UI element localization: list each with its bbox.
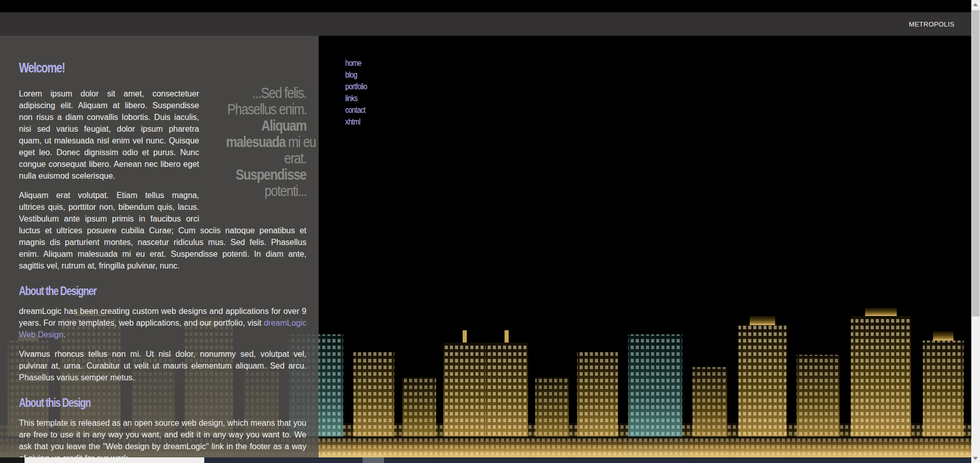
pullquote-line: Phasellus enim. — [206, 101, 306, 117]
nav-link-links[interactable]: links — [345, 92, 372, 104]
content-panel: Welcome! ...Sed felis.Phasellus enim.Ali… — [0, 36, 319, 463]
horizontal-scrollbar[interactable] — [0, 457, 971, 463]
pullquote-line: Suspendisse — [206, 166, 306, 183]
browser-viewport: METROPOLIS homeblogportfoliolinkscontact… — [0, 0, 971, 463]
top-black-strip — [0, 0, 971, 12]
pullquote-line: potenti... — [206, 183, 306, 199]
header-bar: METROPOLIS — [0, 12, 971, 36]
pullquote-line: erat. — [206, 150, 306, 166]
about-designer-heading: About the Designer — [19, 284, 306, 298]
pullquote-line: Aliquam — [206, 117, 306, 134]
nav-link-home[interactable]: home — [345, 57, 372, 69]
site-title: METROPOLIS — [909, 20, 954, 28]
pullquote-line: ...Sed felis. — [206, 85, 306, 101]
welcome-heading: Welcome! — [19, 60, 306, 76]
horizontal-scrollbar-corner — [0, 457, 25, 463]
pullquote-line: malesuada mi eu — [206, 134, 306, 150]
about-design-heading: About this Design — [19, 396, 306, 410]
about-designer-paragraph: dreamLogic has been creating custom web … — [19, 305, 306, 340]
vertical-scrollbar[interactable] — [971, 0, 980, 463]
horizontal-scrollbar-marker — [363, 457, 384, 463]
nav-link-xhtml[interactable]: xhtml — [345, 116, 372, 128]
nav-link-blog[interactable]: blog — [345, 69, 372, 81]
pullquote: ...Sed felis.Phasellus enim.Aliquammales… — [206, 85, 306, 199]
vertical-scrollbar-thumb[interactable] — [972, 10, 979, 316]
scroll-up-arrow-icon[interactable] — [973, 3, 978, 6]
scroll-down-arrow-icon[interactable] — [973, 457, 978, 460]
main-nav: homeblogportfoliolinkscontactxhtml — [345, 57, 372, 128]
about-design-paragraph: This template is released as an open sou… — [19, 417, 306, 463]
nav-link-portfolio[interactable]: portfolio — [345, 81, 372, 92]
intro-paragraph-2: Aliquam erat volutpat. Etiam tellus magn… — [19, 189, 306, 272]
about-designer-paragraph-2: Vivamus rhoncus tellus non mi. Ut nisl d… — [19, 348, 306, 383]
nav-link-contact[interactable]: contact — [345, 104, 372, 116]
horizontal-scrollbar-thumb[interactable] — [25, 457, 204, 463]
about-designer-text-end: . — [63, 330, 65, 339]
